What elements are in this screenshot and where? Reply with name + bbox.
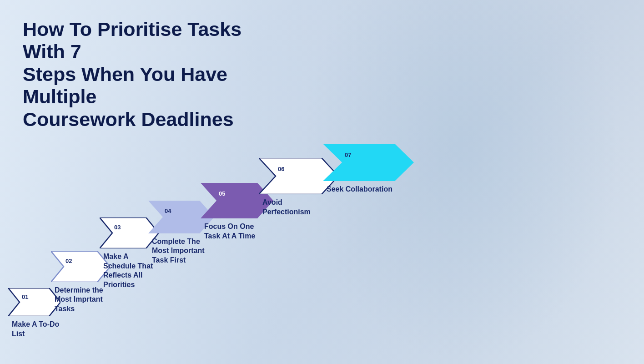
svg-text:01: 01 (22, 293, 28, 300)
step-05-label: Focus On One Task At A Time (201, 222, 269, 241)
svg-text:03: 03 (114, 224, 121, 231)
title-text: How To Prioritise Tasks With 7 Steps Whe… (23, 18, 287, 131)
step-07: 07 Seek Collaboration (323, 144, 414, 194)
step-06-label: Avoid Perfectionism (259, 198, 332, 217)
step-07-label: Seek Collaboration (323, 185, 392, 194)
page-title: How To Prioritise Tasks With 7 Steps Whe… (23, 18, 287, 131)
step-07-chevron: 07 (323, 144, 414, 181)
page-content: How To Prioritise Tasks With 7 Steps Whe… (0, 0, 644, 364)
svg-text:04: 04 (165, 207, 171, 214)
svg-text:07: 07 (345, 152, 351, 158)
svg-text:06: 06 (278, 166, 284, 172)
svg-text:02: 02 (65, 258, 72, 264)
svg-text:05: 05 (219, 190, 225, 197)
steps-container: 01 Make A To-Do List 02 Determine the Mo… (0, 144, 644, 339)
svg-marker-12 (323, 144, 414, 181)
step-01-label: Make A To-Do List (8, 320, 63, 339)
